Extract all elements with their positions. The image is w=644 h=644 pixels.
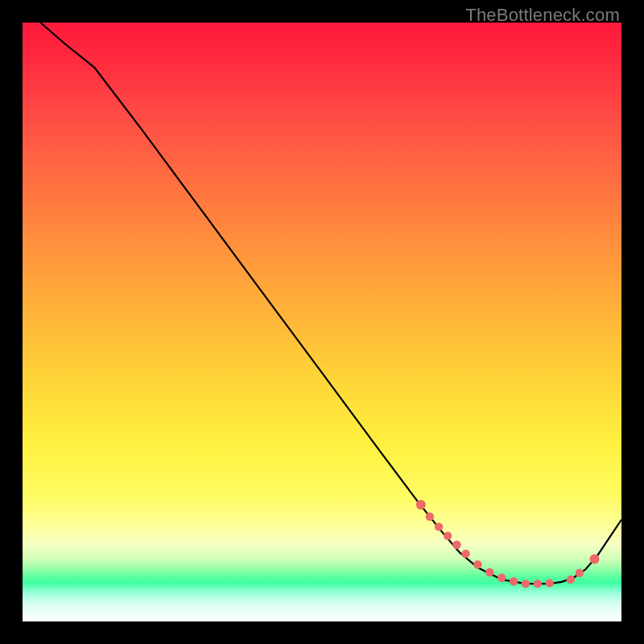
curve-marker: [444, 531, 452, 539]
chart-frame: TheBottleneck.com: [0, 0, 644, 644]
curve-marker: [435, 522, 443, 530]
curve-marker: [497, 574, 506, 582]
curve-marker: [590, 555, 600, 564]
plot-area: [23, 23, 621, 621]
curve-marker: [510, 577, 518, 585]
curve-marker: [426, 513, 434, 521]
marker-group: [416, 500, 600, 588]
curve-marker: [416, 500, 426, 510]
curve-marker: [452, 541, 460, 549]
curve-marker: [546, 579, 554, 587]
curve-marker: [461, 550, 469, 558]
curve-marker: [576, 569, 584, 577]
curve-marker: [473, 560, 481, 568]
curve-line: [40, 23, 621, 584]
curve-marker: [534, 580, 542, 588]
chart-svg: [23, 23, 621, 621]
curve-marker: [485, 568, 493, 576]
curve-marker: [522, 580, 530, 588]
curve-marker: [567, 576, 575, 584]
